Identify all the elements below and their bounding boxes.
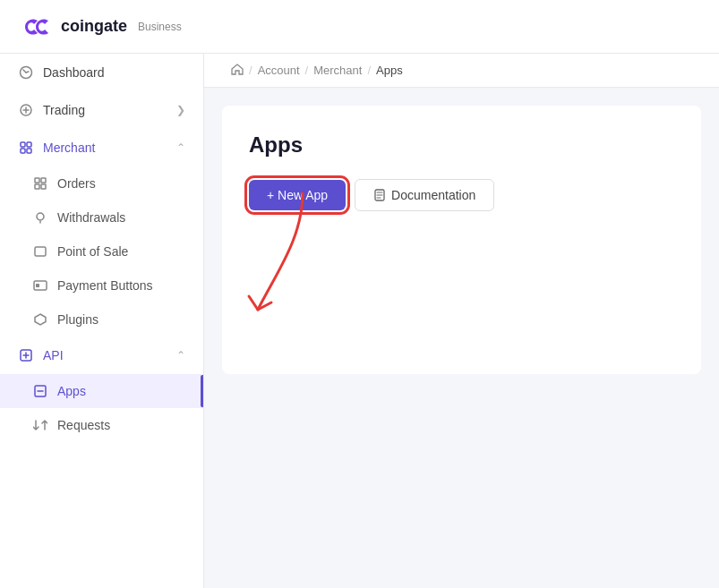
api-chevron-icon: ⌃ [176, 349, 185, 362]
sidebar-item-dashboard-label: Dashboard [43, 65, 185, 80]
sidebar-item-dashboard[interactable]: Dashboard [0, 54, 203, 91]
sidebar-item-payment-buttons-label: Payment Buttons [57, 278, 153, 293]
svg-rect-9 [41, 184, 46, 189]
sidebar-item-orders[interactable]: Orders [0, 166, 203, 200]
merchant-icon [18, 140, 34, 156]
documentation-icon [373, 189, 386, 201]
main-layout: Dashboard Trading ❯ [0, 54, 719, 588]
topbar: coingate Business [0, 0, 719, 54]
sidebar-item-pos[interactable]: Point of Sale [0, 234, 203, 268]
breadcrumb-sep-1: / [249, 64, 253, 77]
sidebar-item-trading[interactable]: Trading ❯ [0, 91, 203, 129]
svg-rect-7 [41, 178, 46, 183]
sidebar: Dashboard Trading ❯ [0, 54, 204, 588]
sidebar-item-merchant[interactable]: Merchant ⌃ [0, 129, 203, 166]
breadcrumb-sep-3: / [367, 64, 371, 77]
action-bar: + New App Documentation [249, 179, 674, 211]
new-app-button[interactable]: + New App [249, 180, 346, 210]
svg-rect-5 [27, 149, 31, 153]
sidebar-item-payment-buttons[interactable]: Payment Buttons [0, 268, 203, 303]
breadcrumb-account[interactable]: Account [258, 64, 300, 77]
page-card: Apps + New App Documentation [222, 106, 701, 374]
dashboard-icon [18, 64, 34, 81]
sidebar-item-requests-label: Requests [57, 418, 110, 432]
trading-icon [18, 102, 34, 118]
documentation-label: Documentation [391, 188, 475, 202]
breadcrumb-merchant[interactable]: Merchant [313, 64, 362, 77]
home-icon[interactable] [231, 63, 244, 78]
svg-rect-8 [35, 184, 39, 189]
merchant-children: Orders Withdrawals Point of Sale [0, 166, 203, 337]
plugins-icon [32, 311, 48, 328]
svg-rect-6 [35, 178, 39, 183]
apps-icon [32, 383, 48, 399]
svg-rect-13 [36, 284, 39, 287]
sidebar-item-orders-label: Orders [57, 176, 96, 191]
sidebar-item-apps-label: Apps [57, 384, 86, 398]
withdrawals-icon [32, 209, 48, 226]
orders-icon [32, 175, 48, 192]
documentation-button[interactable]: Documentation [355, 179, 494, 211]
page-title: Apps [249, 132, 674, 158]
sidebar-item-api[interactable]: API ⌃ [0, 337, 203, 374]
sidebar-item-apps[interactable]: Apps [0, 374, 203, 408]
sidebar-item-plugins-label: Plugins [57, 312, 98, 327]
requests-icon [32, 417, 48, 433]
coingate-logo-icon [18, 13, 54, 40]
sidebar-item-requests[interactable]: Requests [0, 408, 203, 442]
svg-rect-11 [35, 247, 46, 256]
svg-rect-3 [27, 142, 31, 147]
logo-text: coingate [61, 17, 127, 36]
svg-rect-2 [21, 142, 25, 147]
api-icon [18, 347, 34, 363]
content-area: / Account / Merchant / Apps Apps + New A… [204, 54, 719, 588]
logo[interactable]: coingate Business [18, 13, 182, 40]
breadcrumb-current: Apps [376, 64, 403, 77]
sidebar-item-withdrawals[interactable]: Withdrawals [0, 200, 203, 234]
sidebar-item-withdrawals-label: Withdrawals [57, 210, 125, 225]
sidebar-item-trading-label: Trading [43, 103, 167, 117]
logo-badge: Business [138, 21, 182, 33]
active-sidebar-indicator [201, 375, 203, 407]
sidebar-item-merchant-label: Merchant [43, 141, 167, 155]
breadcrumb: / Account / Merchant / Apps [204, 54, 719, 88]
trading-chevron-icon: ❯ [176, 104, 185, 116]
sidebar-item-plugins[interactable]: Plugins [0, 303, 203, 337]
sidebar-item-api-label: API [43, 348, 167, 362]
breadcrumb-sep-2: / [305, 64, 309, 77]
svg-point-10 [37, 213, 44, 220]
api-children: Apps Requests [0, 374, 203, 442]
svg-rect-4 [21, 149, 25, 153]
payment-buttons-icon [32, 277, 48, 294]
pos-icon [32, 243, 48, 260]
merchant-chevron-icon: ⌃ [176, 141, 185, 154]
sidebar-item-pos-label: Point of Sale [57, 244, 128, 259]
